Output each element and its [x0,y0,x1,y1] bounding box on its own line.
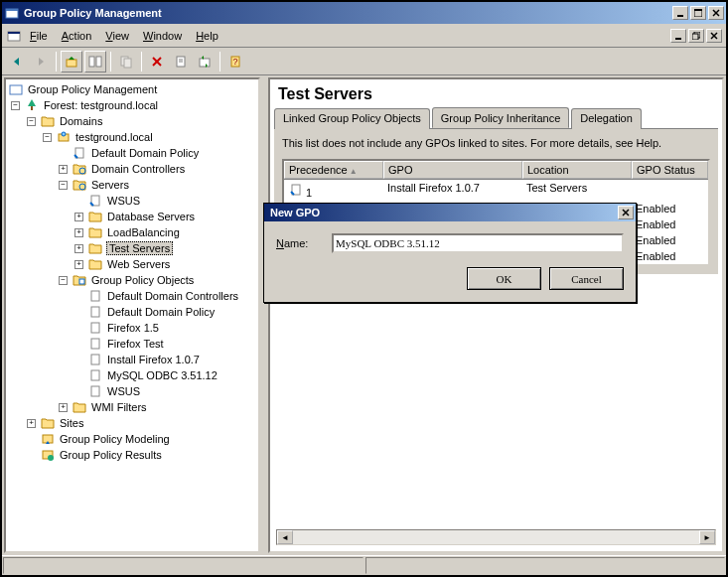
expand-icon[interactable]: − [59,276,68,285]
svg-rect-24 [200,59,210,67]
back-button[interactable] [6,51,28,72]
gpo-link-icon [87,193,103,209]
window-title: Group Policy Management [24,7,672,19]
status-cell [3,557,364,574]
content-area: Group Policy Management −Forest: testgro… [2,75,726,555]
details-pane: Test Servers Linked Group Policy Objects… [268,77,724,553]
expand-icon[interactable]: − [59,181,68,190]
ok-button[interactable]: OK [467,267,541,290]
dialog-titlebar[interactable]: New GPO [264,204,636,221]
tab-delegation[interactable]: Delegation [571,108,642,129]
menu-window[interactable]: Window [137,28,188,44]
tree-test-servers[interactable]: +Test Servers [8,240,256,256]
svg-rect-41 [91,370,99,380]
delete-button[interactable] [146,51,168,72]
help-button[interactable]: ? [224,51,246,72]
results-icon [40,447,56,463]
tree-forest[interactable]: −Forest: testground.local [8,97,256,113]
svg-rect-8 [8,32,20,34]
tab-linked[interactable]: Linked Group Policy Objects [274,108,430,129]
tree-wmi[interactable]: +WMI Filters [8,399,256,415]
tree-pane[interactable]: Group Policy Management −Forest: testgro… [4,77,260,553]
tree-web-servers[interactable]: +Web Servers [8,256,256,272]
horizontal-scrollbar[interactable]: ◄ ► [276,529,716,545]
tree-wsus-link[interactable]: WSUS [8,193,256,209]
tree-gpresults[interactable]: Group Policy Results [8,447,256,463]
folder-icon [40,415,56,431]
tree-gpo-item[interactable]: Default Domain Policy [8,304,256,320]
expand-icon[interactable]: + [59,165,68,174]
dialog-close-button[interactable] [618,206,634,219]
menu-action[interactable]: Action [56,28,98,44]
copy-button[interactable] [115,51,137,72]
modeling-icon [40,431,56,447]
dialog-body: Name: OK Cancel [264,221,636,302]
svg-text:?: ? [232,57,237,67]
scroll-left-button[interactable]: ◄ [277,530,293,544]
gpo-link-icon [72,145,87,161]
maximize-button[interactable] [690,6,706,20]
menu-help[interactable]: Help [190,28,224,44]
name-label: Name: [276,237,332,249]
tree-gpo-item[interactable]: Install Firefox 1.0.7 [8,352,256,367]
tree-servers[interactable]: −Servers [8,177,256,193]
col-precedence[interactable]: Precedence▲ [284,161,383,179]
menu-view[interactable]: View [99,28,135,44]
tree-gpo-item[interactable]: WSUS [8,383,256,399]
refresh-button[interactable] [194,51,216,72]
tree-gpo-item[interactable]: Firefox Test [8,336,256,352]
tree-domain[interactable]: −testground.local [8,129,256,145]
tree-dc[interactable]: +Domain Controllers [8,161,256,177]
tree-gpo-container[interactable]: −Group Policy Objects [8,272,256,288]
tree-loadbalancing[interactable]: +LoadBalancing [8,224,256,240]
name-input[interactable] [332,233,624,253]
expand-icon[interactable]: − [43,133,52,142]
expand-icon[interactable]: − [11,101,20,110]
expand-icon[interactable]: + [74,228,83,237]
col-status[interactable]: GPO Status [632,161,708,179]
minimize-button[interactable] [672,6,688,20]
titlebar[interactable]: Group Policy Management [2,2,726,24]
tree-gpo-item[interactable]: Firefox 1.5 [8,320,256,336]
properties-button[interactable] [170,51,192,72]
svg-rect-1 [6,9,18,11]
tree: Group Policy Management −Forest: testgro… [8,81,256,463]
svg-rect-2 [677,15,683,17]
scroll-right-button[interactable]: ► [699,530,715,544]
expand-icon[interactable]: − [27,117,36,126]
close-button[interactable] [708,6,724,20]
mdi-close-button[interactable] [706,29,722,43]
tree-domains[interactable]: −Domains [8,113,256,129]
scroll-track[interactable] [293,530,699,544]
tree-sites[interactable]: +Sites [8,415,256,431]
forward-button[interactable] [30,51,52,72]
up-button[interactable] [61,51,82,72]
expand-icon[interactable]: + [59,403,68,412]
tree-gpmodel[interactable]: Group Policy Modeling [8,431,256,447]
show-hide-button[interactable] [84,51,106,72]
svg-rect-18 [124,59,131,68]
list-row[interactable]: 1 Install Firefox 1.0.7 Test Servers [284,180,708,201]
expand-icon[interactable]: + [74,213,83,221]
mdi-restore-button[interactable] [688,29,704,43]
gpo-icon [87,367,103,383]
svg-rect-36 [91,291,99,301]
tree-gpo-item[interactable]: MySQL ODBC 3.51.12 [8,367,256,383]
splitter[interactable] [262,75,266,555]
tree-root[interactable]: Group Policy Management [8,81,256,97]
expand-icon[interactable]: + [74,244,83,253]
col-location[interactable]: Location [522,161,632,179]
tree-db-servers[interactable]: +Database Servers [8,209,256,224]
new-gpo-dialog: New GPO Name: OK Cancel [263,203,637,303]
expand-icon[interactable]: + [27,419,36,428]
col-gpo[interactable]: GPO [383,161,522,179]
page-title: Test Servers [278,85,718,103]
menu-file[interactable]: File [24,28,54,44]
tab-inheritance[interactable]: Group Policy Inheritance [432,107,569,128]
cancel-button[interactable]: Cancel [549,267,624,290]
mdi-minimize-button[interactable] [670,29,686,43]
expand-icon[interactable]: + [74,260,83,269]
svg-rect-37 [91,307,99,317]
tree-default-policy[interactable]: Default Domain Policy [8,145,256,161]
tree-gpo-item[interactable]: Default Domain Controllers [8,288,256,304]
